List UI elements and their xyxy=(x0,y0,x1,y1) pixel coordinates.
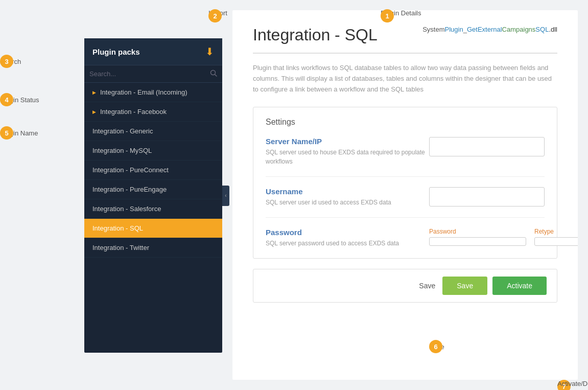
plugin-item-label: Integration - PureConnect xyxy=(92,166,169,174)
username-input[interactable] xyxy=(429,187,545,207)
plugin-item-generic[interactable]: Integration - Generic xyxy=(84,122,222,141)
plugin-item-label: Integration - Twitter xyxy=(92,244,149,251)
plugin-list: Integration - Email (Incoming) Integrati… xyxy=(84,83,222,353)
plugin-item-label: Integration - Email (Incoming) xyxy=(100,88,187,96)
setting-label-col-password: Password SQL server password used to acc… xyxy=(266,228,429,248)
plugin-item-twitter[interactable]: Integration - Twitter xyxy=(84,238,222,258)
search-icon xyxy=(210,70,217,78)
setting-row-username: Username SQL server user id used to acce… xyxy=(266,187,545,218)
retype-field-label: Retype xyxy=(534,228,578,235)
sidebar: Plugin packs ⬇ Integration - Email (Inco… xyxy=(84,38,222,353)
plugin-description: Plugin that links workflows to SQL datab… xyxy=(253,63,557,95)
plugin-item-mysql[interactable]: Integration - MySQL xyxy=(84,141,222,160)
plugin-item-label: Integration - MySQL xyxy=(92,147,152,154)
password-input[interactable] xyxy=(429,237,526,246)
password-input-col: Password Retype xyxy=(429,228,578,246)
setting-label-col-server: Server Name/IP SQL server used to house … xyxy=(266,137,429,166)
search-input[interactable] xyxy=(89,70,210,78)
sidebar-header: Plugin packs ⬇ xyxy=(84,38,222,65)
setting-row-server: Server Name/IP SQL server used to house … xyxy=(266,137,545,177)
password-field-label: Password xyxy=(429,228,526,235)
settings-title: Settings xyxy=(266,118,545,127)
search-annotation-badge: 3 xyxy=(0,55,13,68)
plugin-item-salesforce[interactable]: Integration - Salesforce xyxy=(84,199,222,219)
plugin-item-label: Integration - Facebook xyxy=(100,108,167,116)
username-label: Username xyxy=(266,187,429,196)
svg-line-1 xyxy=(215,75,217,77)
retype-password-input[interactable] xyxy=(534,237,578,246)
page-wrapper: Import 2 Plugin Details 1 Search 3 Plugi… xyxy=(0,0,588,390)
password-label: Password xyxy=(266,228,429,237)
username-input-col xyxy=(429,187,545,207)
plugin-item-pureengage[interactable]: Integration - PureEngage xyxy=(84,180,222,199)
plugin-item-label: Integration - PureEngage xyxy=(92,186,167,193)
setting-label-col-username: Username SQL server user id used to acce… xyxy=(266,187,429,207)
password-description: SQL server password used to access EXDS … xyxy=(266,239,429,248)
plugin-item-label: Integration - SQL xyxy=(92,224,143,232)
plugin-item-label: Integration - Generic xyxy=(92,127,153,135)
server-description: SQL server used to house EXDS data requi… xyxy=(266,148,429,166)
settings-panel: Settings Server Name/IP SQL server used … xyxy=(253,107,557,259)
password-group: Password xyxy=(429,228,526,246)
username-description: SQL server user id used to access EXDS d… xyxy=(266,198,429,207)
sidebar-title: Plugin packs xyxy=(92,48,140,56)
sidebar-search-bar xyxy=(84,65,222,83)
import-icon[interactable]: ⬇ xyxy=(205,45,214,58)
server-name-input[interactable] xyxy=(429,137,545,156)
import-annotation-badge: 2 xyxy=(208,9,222,22)
save-annotation-badge: 6 xyxy=(429,340,442,353)
setting-row-password: Password SQL server password used to acc… xyxy=(266,228,545,248)
retype-group: Retype xyxy=(534,228,578,246)
save-button[interactable]: Save xyxy=(442,277,487,295)
main-content: SystemPlugin_GetExternalCampaignsSQL.dll… xyxy=(232,10,578,380)
sidebar-collapse-button[interactable]: ‹ xyxy=(222,186,229,206)
plugin-item-label: Integration - Salesforce xyxy=(92,205,161,213)
dll-link[interactable]: SystemPlugin_GetExternalCampaignsSQL.dll xyxy=(422,26,557,33)
server-input-col xyxy=(429,137,545,156)
activate-button[interactable]: Activate xyxy=(492,277,547,295)
save-text-label: Save xyxy=(419,282,435,290)
plugin-item-facebook[interactable]: Integration - Facebook xyxy=(84,102,222,122)
plugin-item-email[interactable]: Integration - Email (Incoming) xyxy=(84,83,222,102)
action-bar: Save Save Activate xyxy=(253,269,557,303)
server-label: Server Name/IP xyxy=(266,137,429,146)
plugin-item-sql[interactable]: Integration - SQL xyxy=(84,219,222,238)
plugin-details-badge: 1 xyxy=(381,9,394,22)
plugin-name-badge: 5 xyxy=(0,126,13,140)
plugin-item-pureconnect[interactable]: Integration - PureConnect xyxy=(84,160,222,180)
activate-annotation-label: Activate/Deactivate xyxy=(557,380,588,387)
plugin-status-badge: 4 xyxy=(0,93,13,106)
